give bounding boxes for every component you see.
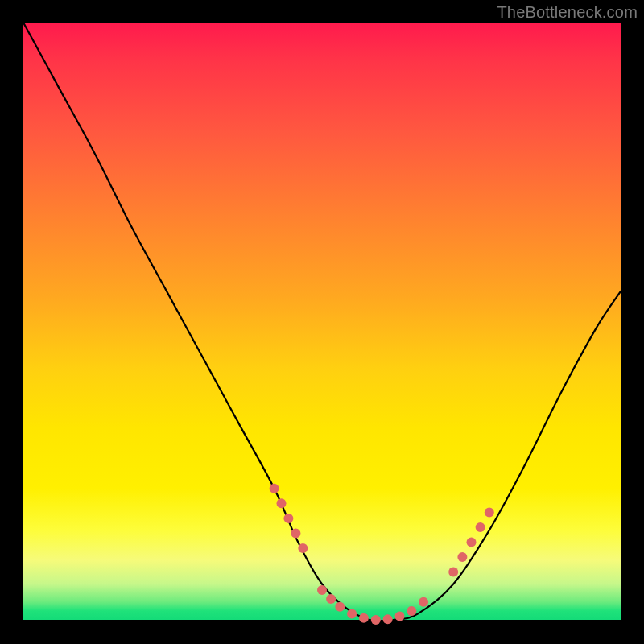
highlight-dot: [298, 543, 308, 553]
plot-area: [23, 23, 621, 620]
highlight-dot: [335, 602, 345, 612]
highlight-dot: [485, 507, 494, 517]
highlight-dot: [448, 568, 458, 577]
highlight-dot: [457, 552, 467, 562]
highlight-dot: [291, 528, 300, 538]
highlight-dot: [347, 609, 357, 619]
highlight-dot: [277, 498, 287, 508]
highlight-dot: [283, 514, 293, 523]
highlight-dot: [326, 594, 336, 604]
bottleneck-curve-svg: [23, 23, 621, 620]
highlight-dot: [395, 612, 405, 621]
highlight-dot: [317, 585, 327, 595]
highlight-dot: [419, 597, 428, 607]
highlight-dot: [383, 614, 393, 624]
watermark-text: TheBottleneck.com: [497, 3, 638, 22]
highlight-dots: [270, 484, 494, 625]
highlight-dot: [270, 484, 279, 493]
highlight-dot: [476, 522, 485, 532]
chart-frame: TheBottleneck.com: [0, 0, 644, 644]
highlight-dot: [467, 538, 477, 547]
highlight-dot: [359, 613, 369, 623]
bottleneck-curve: [23, 23, 621, 621]
curve-line: [23, 23, 621, 621]
highlight-dot: [371, 615, 381, 625]
highlight-dot: [407, 606, 416, 616]
